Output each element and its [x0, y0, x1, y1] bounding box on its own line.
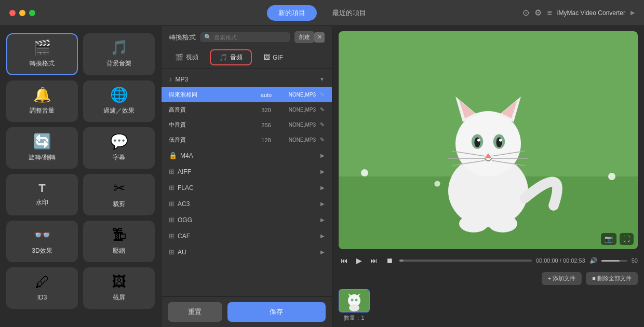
sidebar-item-screenshot[interactable]: 🖼 截屏: [83, 267, 155, 309]
flac-icon: ⊞: [169, 184, 175, 192]
aiff-icon: ⊞: [169, 168, 175, 175]
reset-button[interactable]: 重置: [168, 302, 222, 322]
svg-point-34: [349, 304, 359, 311]
edit-icon-2: ✎: [320, 121, 325, 128]
sidebar-item-watermark[interactable]: T 水印: [6, 174, 78, 215]
group-au[interactable]: ⊞ AU ▶: [162, 244, 332, 260]
volume-fill: [601, 260, 620, 262]
rotate-flip-icon: 🔄: [33, 134, 51, 149]
svg-point-33: [355, 298, 358, 301]
menu-icon[interactable]: ≡: [547, 8, 552, 18]
tab-new-project[interactable]: 新的項目: [267, 5, 317, 21]
group-mp3[interactable]: ♪ MP3 ▼: [162, 71, 332, 87]
window-controls: [9, 10, 35, 16]
video-preview: 📷 ⛶: [339, 31, 638, 249]
sidebar-label-3d-effects: 3D效果: [32, 247, 52, 255]
ac3-chevron-icon: ▶: [320, 201, 325, 207]
group-flac-label: ⊞ FLAC: [169, 184, 194, 192]
format-row-same-source[interactable]: 與來源相同 auto NONE,MP3 ✎: [162, 87, 332, 102]
play-button[interactable]: ▶: [354, 255, 364, 266]
app-name: iMyMac Video Converter: [557, 9, 625, 17]
titlebar-right: ⊙ ⚙ ≡ iMyMac Video Converter ▶: [522, 8, 635, 18]
group-caf-label: ⊞ CAF: [169, 232, 190, 240]
tab-recent-project[interactable]: 最近的項目: [321, 5, 378, 21]
volume-number: 50: [632, 257, 638, 264]
sidebar-item-rotate-flip[interactable]: 🔄 旋轉/翻轉: [6, 127, 78, 169]
flac-chevron-icon: ▶: [320, 185, 325, 190]
progress-fill: [399, 260, 404, 262]
compress-icon: 🗜: [112, 228, 126, 242]
minimize-dot[interactable]: [19, 10, 25, 16]
id3-icon: 🖊: [35, 275, 49, 290]
sidebar-item-convert-format[interactable]: 🎬 轉換格式: [6, 33, 78, 75]
cat-image: 📷 ⛶: [339, 31, 638, 249]
sidebar-label-convert-format: 轉換格式: [30, 59, 55, 68]
group-aiff[interactable]: ⊞ AIFF ▶: [162, 164, 332, 180]
ogg-icon: ⊞: [169, 216, 175, 224]
sidebar-item-filter-effects[interactable]: 🌐 過濾／效果: [83, 80, 155, 122]
skip-forward-button[interactable]: ⏭: [368, 255, 380, 266]
format-panel-title: 轉換格式: [169, 33, 196, 42]
account-icon[interactable]: ⊙: [522, 8, 529, 18]
group-ac3-label: ⊞ AC3: [169, 200, 190, 208]
audio-tab-icon: 🎵: [219, 53, 227, 61]
sidebar-item-adjust-volume[interactable]: 🔔 調整音量: [6, 80, 78, 122]
sidebar-item-3d-effects[interactable]: 👓 3D效果: [6, 221, 78, 262]
subtitle-icon: 💬: [110, 134, 128, 149]
close-button[interactable]: ✕: [314, 32, 325, 43]
m4a-icon: 🔒: [169, 152, 177, 159]
format-header: 轉換格式 🔍 創建 ✕: [162, 26, 332, 46]
format-row-high-quality[interactable]: 高音質 320 NONE,MP3 ✎: [162, 102, 332, 117]
close-dot[interactable]: [9, 10, 16, 16]
sidebar-label-rotate-flip: 旋轉/翻轉: [29, 153, 55, 162]
format-row-mid-quality[interactable]: 中音質 256 NONE,MP3 ✎: [162, 117, 332, 132]
sidebar-label-subtitle: 字幕: [113, 153, 125, 162]
tab-gif[interactable]: 🖼 GIF: [255, 49, 291, 65]
sidebar-item-background-music[interactable]: 🎵 背景音樂: [83, 33, 155, 75]
thumbnail-item[interactable]: 數量：1: [339, 289, 370, 322]
sidebar-label-screenshot: 截屏: [113, 293, 125, 302]
file-actions: + 添加文件 ■ 刪除全部文件: [339, 272, 638, 285]
svg-point-17: [477, 139, 480, 142]
convert-format-icon: 🎬: [33, 40, 51, 55]
stop-button[interactable]: ⏹: [384, 255, 395, 266]
controls-bar: ⏮ ▶ ⏭ ⏹ 00:00:00 / 00:02:53 🔊 50: [339, 253, 638, 268]
main-tabs: 新的項目 最近的項目: [267, 5, 378, 21]
sidebar-item-subtitle[interactable]: 💬 字幕: [83, 127, 155, 169]
edit-icon-0: ✎: [320, 91, 325, 98]
svg-point-15: [474, 137, 480, 147]
create-button[interactable]: 創建: [294, 31, 314, 43]
skip-back-button[interactable]: ⏮: [339, 255, 350, 266]
video-tab-icon: 🎬: [175, 53, 183, 61]
group-au-label: ⊞ AU: [169, 248, 186, 256]
fullscreen-button[interactable]: ⛶: [620, 233, 634, 245]
tab-audio[interactable]: 🎵 音頻: [210, 49, 252, 65]
group-ac3[interactable]: ⊞ AC3 ▶: [162, 196, 332, 212]
group-ogg[interactable]: ⊞ OGG ▶: [162, 212, 332, 228]
m4a-chevron-icon: ▶: [320, 153, 325, 158]
sidebar-item-id3[interactable]: 🖊 ID3: [6, 267, 78, 309]
edit-icon-1: ✎: [320, 106, 325, 113]
tab-video[interactable]: 🎬 視頻: [167, 49, 207, 65]
format-row-low-quality[interactable]: 低音質 128 NONE,MP3 ✎: [162, 132, 332, 147]
group-caf[interactable]: ⊞ CAF ▶: [162, 228, 332, 244]
sidebar-label-watermark: 水印: [36, 198, 48, 207]
maximize-dot[interactable]: [29, 10, 35, 16]
progress-bar[interactable]: [399, 260, 532, 262]
volume-bar[interactable]: [601, 260, 627, 262]
svg-point-18: [499, 139, 502, 142]
group-flac[interactable]: ⊞ FLAC ▶: [162, 180, 332, 196]
sidebar-item-crop[interactable]: ✂ 裁剪: [83, 174, 155, 215]
format-panel: 轉換格式 🔍 創建 ✕ 🎬 視頻 🎵 音頻 🖼 GIF: [161, 26, 332, 327]
sidebar-label-adjust-volume: 調整音量: [30, 106, 55, 115]
gif-tab-icon: 🖼: [263, 53, 270, 61]
delete-all-button[interactable]: ■ 刪除全部文件: [586, 272, 638, 285]
sidebar-item-compress[interactable]: 🗜 壓縮: [83, 221, 155, 262]
group-m4a[interactable]: 🔒 M4A ▶: [162, 147, 332, 164]
search-input[interactable]: [214, 34, 286, 40]
search-box[interactable]: 🔍: [200, 32, 290, 42]
screenshot-preview-button[interactable]: 📷: [601, 233, 616, 245]
add-file-button[interactable]: + 添加文件: [542, 272, 582, 285]
settings-icon[interactable]: ⚙: [534, 8, 542, 18]
save-button[interactable]: 保存: [227, 302, 326, 322]
